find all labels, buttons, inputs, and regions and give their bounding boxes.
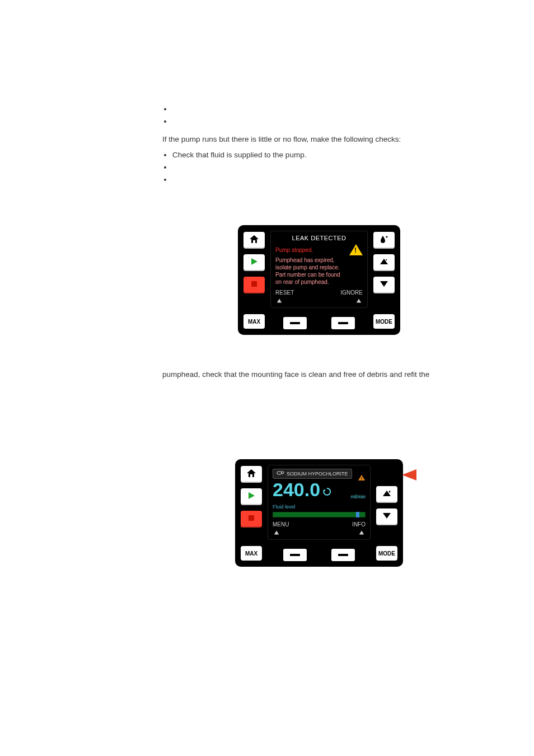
intro-paragraph: If the pump runs but there is little or … (162, 133, 476, 146)
down-button[interactable] (372, 276, 396, 295)
softkey-left[interactable] (282, 548, 308, 562)
home-icon (246, 469, 256, 480)
mode-button[interactable]: MODE (372, 313, 396, 330)
svg-point-11 (282, 472, 284, 474)
body-line: isolate pump and replace. (275, 264, 363, 271)
pump-icon (277, 470, 284, 478)
softkey-marker-icon (274, 530, 279, 534)
body-line: Part number can be found (275, 271, 363, 278)
pump-display-running: SODIUM HYPOCHLORITE ! 240.0 (235, 459, 403, 567)
mode-button[interactable]: MODE (375, 545, 399, 562)
svg-point-3 (386, 236, 387, 237)
svg-rect-10 (277, 472, 282, 474)
bullet-list-top (162, 103, 476, 128)
play-icon (247, 491, 256, 502)
screen-panel: LEAK DETECTED Pump stopped. Pumphead has… (270, 231, 368, 308)
list-item (172, 103, 476, 115)
drop-button[interactable] (372, 231, 396, 250)
svg-marker-17 (383, 513, 391, 519)
svg-text:!: ! (361, 476, 363, 481)
softkey-left[interactable] (282, 316, 308, 330)
svg-marker-7 (247, 469, 256, 477)
svg-rect-9 (249, 515, 254, 521)
max-button[interactable]: MAX (242, 313, 266, 330)
bullet-list-checks: Check that fluid is supplied to the pump… (162, 149, 476, 186)
softkey-right-label[interactable]: INFO (352, 521, 366, 528)
callout-arrow-icon (402, 469, 416, 480)
play-icon (250, 257, 259, 268)
arrow-down-icon (380, 280, 388, 290)
screen-title: LEAK DETECTED (275, 235, 363, 242)
chemical-label-text: SODIUM HYPOCHLORITE (287, 470, 348, 478)
chemical-label: SODIUM HYPOCHLORITE (273, 469, 352, 479)
arrow-up-icon (382, 489, 391, 500)
fluid-level-bar (273, 512, 366, 517)
home-icon (249, 235, 259, 246)
list-item (172, 115, 476, 128)
svg-marker-0 (250, 235, 259, 243)
up-button[interactable] (375, 485, 399, 504)
spin-icon (322, 487, 331, 498)
stop-button[interactable] (240, 510, 263, 529)
body-line: Pumphead has expired, (275, 256, 363, 264)
play-button[interactable] (240, 487, 263, 506)
svg-marker-6 (380, 281, 388, 287)
drop-icon (380, 235, 388, 246)
max-button[interactable]: MAX (240, 545, 263, 562)
list-item (172, 161, 476, 174)
warning-icon (349, 244, 363, 255)
list-item (172, 174, 476, 186)
softkey-left-label[interactable]: RESET (275, 289, 294, 296)
stop-button[interactable] (242, 276, 266, 295)
home-button[interactable] (242, 231, 266, 250)
svg-point-16 (389, 491, 391, 493)
screen-panel: SODIUM HYPOCHLORITE ! 240.0 (268, 465, 371, 540)
svg-rect-5 (386, 259, 387, 260)
stop-icon (247, 514, 255, 524)
fragment-paragraph: pumphead, check that the mounting face i… (162, 368, 476, 381)
svg-marker-8 (249, 492, 255, 499)
play-button[interactable] (242, 253, 266, 272)
pump-display-leak: LEAK DETECTED Pump stopped. Pumphead has… (238, 225, 400, 335)
softkey-right[interactable] (330, 548, 356, 562)
warning-small-icon: ! (358, 476, 366, 482)
softkey-marker-icon (277, 298, 282, 302)
svg-marker-1 (251, 258, 257, 265)
arrow-up-icon (380, 258, 388, 268)
softkey-left-label[interactable]: MENU (273, 521, 289, 528)
flow-value: 240.0 (273, 480, 320, 499)
stop-icon (250, 280, 258, 290)
svg-rect-2 (251, 281, 257, 287)
down-button[interactable] (375, 507, 399, 526)
fluid-level-label: Fluid level (273, 504, 296, 510)
softkey-right[interactable] (330, 316, 356, 330)
softkey-right-label[interactable]: IGNORE (341, 289, 363, 296)
softkey-marker-icon (357, 298, 361, 302)
home-button[interactable] (240, 465, 263, 484)
softkey-marker-icon (359, 530, 364, 534)
body-line: on rear of pumphead. (275, 278, 363, 286)
up-button[interactable] (372, 253, 396, 272)
status-text: Pump stopped. (275, 246, 313, 254)
arrow-down-icon (382, 512, 391, 522)
list-item: Check that fluid is supplied to the pump… (172, 149, 476, 161)
